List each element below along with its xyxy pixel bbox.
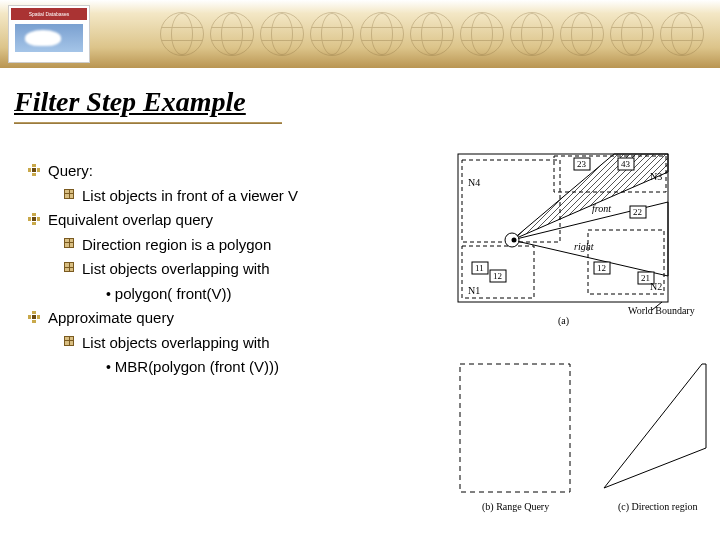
label-right: right — [574, 241, 594, 252]
logo-title: Spatial Databases — [11, 8, 87, 20]
cloud-image — [15, 24, 83, 52]
approx-heading: Approximate query — [48, 307, 174, 330]
box-43: 23 — [577, 159, 587, 169]
box-bullet-icon — [64, 336, 74, 346]
box-44: 43 — [621, 159, 631, 169]
caption-a: (a) — [558, 315, 569, 326]
equiv-heading: Equivalent overlap query — [48, 209, 213, 232]
query-heading: Query: — [48, 160, 93, 183]
query-item: List objects in front of a viewer V — [82, 185, 298, 208]
diamond-bullet-icon — [28, 164, 40, 176]
caption-b: (b) Range Query — [482, 501, 549, 513]
box-21: 12 — [597, 263, 606, 273]
equiv-sub: polygon( front(V)) — [106, 283, 428, 306]
svg-rect-18 — [460, 364, 570, 492]
title-underline — [14, 122, 282, 124]
figure-bc: (b) Range Query (c) Direction region — [454, 358, 708, 518]
label-front: front — [592, 203, 611, 214]
slide-header: Spatial Databases — [0, 0, 720, 68]
label-n4: N4 — [468, 177, 480, 188]
caption-c: (c) Direction region — [618, 501, 697, 513]
equiv-item-1: List objects overlapping with — [82, 258, 270, 281]
box-bullet-icon — [64, 262, 74, 272]
box-bullet-icon — [64, 189, 74, 199]
box-bullet-icon — [64, 238, 74, 248]
slide-title: Filter Step Example — [14, 86, 246, 118]
svg-text:12: 12 — [493, 271, 502, 281]
globes-decoration — [160, 12, 720, 56]
approx-sub: MBR(polygon (front (V))) — [106, 356, 428, 379]
diamond-bullet-icon — [28, 213, 40, 225]
box-11: 11 — [475, 263, 484, 273]
box-22: 21 — [641, 273, 650, 283]
label-world-boundary: World Boundary — [628, 305, 695, 316]
box-23: 22 — [633, 207, 642, 217]
equiv-item-0: Direction region is a polygon — [82, 234, 271, 257]
diamond-bullet-icon — [28, 311, 40, 323]
svg-marker-19 — [604, 364, 706, 488]
content-body: Query: List objects in front of a viewer… — [28, 160, 428, 381]
label-n1: N1 — [468, 285, 480, 296]
label-n3: N3 — [650, 171, 662, 182]
figure-a: 23 43 22 12 21 11 12 N4 N3 N1 N2 front r… — [454, 150, 708, 326]
svg-point-16 — [512, 238, 517, 243]
logo: Spatial Databases — [8, 5, 90, 63]
svg-rect-3 — [462, 160, 560, 242]
approx-item-0: List objects overlapping with — [82, 332, 270, 355]
label-n2: N2 — [650, 281, 662, 292]
